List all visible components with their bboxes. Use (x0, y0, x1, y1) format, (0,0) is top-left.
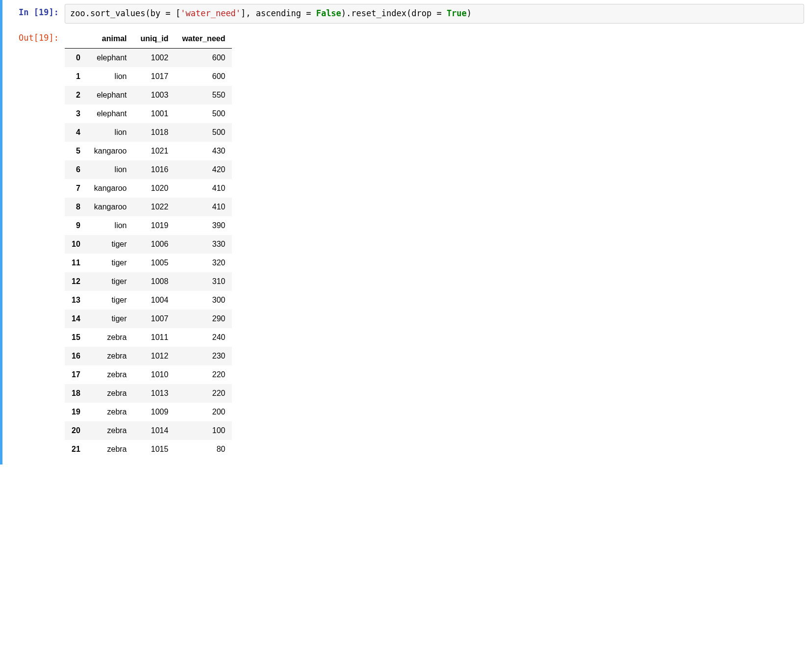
code-token: [ (171, 8, 180, 18)
cell-animal: lion (87, 67, 134, 86)
cell-uniq-id: 1012 (134, 347, 176, 365)
cell-water-need: 100 (175, 421, 232, 440)
table-row: 14tiger1007290 (65, 310, 232, 328)
code-input[interactable]: zoo.sort_values(by = ['water_need'], asc… (65, 4, 804, 24)
cell-uniq-id: 1019 (134, 216, 176, 235)
code-token: = (306, 8, 311, 18)
cell-water-need: 410 (175, 198, 232, 216)
cell-water-need: 600 (175, 67, 232, 86)
cell-uniq-id: 1022 (134, 198, 176, 216)
output-row: Out[19]: animal uniq_id water_need 0elep… (2, 27, 809, 465)
table-header: animal uniq_id water_need (65, 29, 232, 49)
column-header: uniq_id (134, 29, 176, 49)
cell-animal: tiger (87, 310, 134, 328)
cell-animal: zebra (87, 421, 134, 440)
code-token: . (85, 8, 90, 18)
code-token (442, 8, 447, 18)
row-index: 14 (65, 310, 87, 328)
cell-animal: elephant (87, 86, 134, 104)
cell-animal: tiger (87, 235, 134, 254)
cell-animal: elephant (87, 104, 134, 123)
table-row: 7kangaroo1020410 (65, 179, 232, 198)
code-token: . (346, 8, 351, 18)
output-area: animal uniq_id water_need 0elephant10026… (65, 29, 809, 459)
dataframe-table: animal uniq_id water_need 0elephant10026… (65, 29, 232, 459)
cell-water-need: 600 (175, 48, 232, 67)
row-index: 7 (65, 179, 87, 198)
table-row: 4lion1018500 (65, 123, 232, 142)
code-token: drop (411, 8, 436, 18)
cell-uniq-id: 1016 (134, 160, 176, 179)
cell-uniq-id: 1003 (134, 86, 176, 104)
code-token: = (436, 8, 441, 18)
row-index: 5 (65, 142, 87, 160)
cell-uniq-id: 1004 (134, 291, 176, 310)
table-row: 2elephant1003550 (65, 86, 232, 104)
cell-animal: zebra (87, 440, 134, 459)
row-index: 16 (65, 347, 87, 365)
code-token: = (166, 8, 171, 18)
cell-water-need: 390 (175, 216, 232, 235)
cell-water-need: 220 (175, 384, 232, 403)
cell-water-need: 300 (175, 291, 232, 310)
cell-water-need: 80 (175, 440, 232, 459)
row-index: 6 (65, 160, 87, 179)
cell-uniq-id: 1021 (134, 142, 176, 160)
row-index: 3 (65, 104, 87, 123)
cell-water-need: 550 (175, 86, 232, 104)
cell-animal: zebra (87, 328, 134, 347)
cell-uniq-id: 1020 (134, 179, 176, 198)
cell-uniq-id: 1010 (134, 365, 176, 384)
cell-animal: tiger (87, 272, 134, 291)
code-token: reset_index (351, 8, 406, 18)
cell-water-need: 200 (175, 403, 232, 421)
cell-water-need: 410 (175, 179, 232, 198)
table-row: 11tiger1005320 (65, 254, 232, 272)
row-index: 12 (65, 272, 87, 291)
cell-uniq-id: 1005 (134, 254, 176, 272)
cell-uniq-id: 1018 (134, 123, 176, 142)
cell-water-need: 310 (175, 272, 232, 291)
cell-animal: zebra (87, 384, 134, 403)
table-row: 17zebra1010220 (65, 365, 232, 384)
row-index: 4 (65, 123, 87, 142)
table-row: 0elephant1002600 (65, 48, 232, 67)
cell-uniq-id: 1006 (134, 235, 176, 254)
cell-uniq-id: 1008 (134, 272, 176, 291)
code-token: True (447, 8, 467, 18)
notebook-cell: In [19]: zoo.sort_values(by = ['water_ne… (0, 0, 809, 465)
cell-water-need: 500 (175, 104, 232, 123)
table-row: 19zebra1009200 (65, 403, 232, 421)
input-prompt: In [19]: (2, 4, 65, 17)
table-row: 16zebra1012230 (65, 347, 232, 365)
row-index: 0 (65, 48, 87, 67)
cell-animal: zebra (87, 347, 134, 365)
row-index: 21 (65, 440, 87, 459)
table-row: 3elephant1001500 (65, 104, 232, 123)
row-index: 8 (65, 198, 87, 216)
code-token: ) (467, 8, 472, 18)
table-row: 8kangaroo1022410 (65, 198, 232, 216)
row-index: 2 (65, 86, 87, 104)
row-index: 9 (65, 216, 87, 235)
cell-uniq-id: 1009 (134, 403, 176, 421)
cell-water-need: 500 (175, 123, 232, 142)
code-token: False (316, 8, 341, 18)
cell-water-need: 320 (175, 254, 232, 272)
cell-animal: zebra (87, 365, 134, 384)
table-row: 1lion1017600 (65, 67, 232, 86)
cell-water-need: 290 (175, 310, 232, 328)
cell-water-need: 330 (175, 235, 232, 254)
cell-water-need: 430 (175, 142, 232, 160)
table-row: 5kangaroo1021430 (65, 142, 232, 160)
cell-uniq-id: 1011 (134, 328, 176, 347)
cell-water-need: 240 (175, 328, 232, 347)
table-row: 15zebra1011240 (65, 328, 232, 347)
code-token: 'water_need' (180, 8, 241, 18)
code-token: zoo (70, 8, 85, 18)
table-row: 10tiger1006330 (65, 235, 232, 254)
cell-uniq-id: 1015 (134, 440, 176, 459)
cell-animal: elephant (87, 48, 134, 67)
cell-uniq-id: 1017 (134, 67, 176, 86)
cell-water-need: 230 (175, 347, 232, 365)
